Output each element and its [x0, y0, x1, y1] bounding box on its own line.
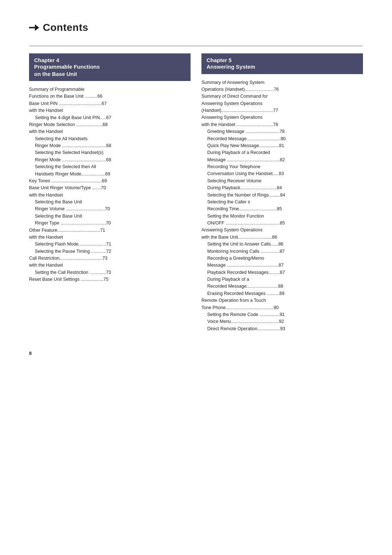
page-title-row: Contents [29, 22, 363, 35]
chapter5-toc: Summary of Answering SystemOperations (H… [201, 79, 363, 333]
toc-entry: Answering System Operations [201, 114, 363, 121]
toc-entry: Reset Base Unit Settings ...............… [29, 276, 191, 283]
toc-entry: Remote Operation from a Touch [201, 297, 363, 304]
toc-entry: Key Tones ..............................… [29, 178, 191, 185]
toc-entry: Selecting the Base Unit [29, 199, 191, 206]
toc-entry: with the Handset [29, 234, 191, 241]
toc-entry: Summary of Programmable [29, 86, 191, 93]
toc-entry: Quick Play New Message................81 [201, 142, 363, 149]
chapter4-header: Chapter 4 Programmable Functions on the … [29, 53, 191, 81]
toc-entry: Setting the Remote Code ................… [201, 311, 363, 318]
toc-entry: Selecting the All Handsets [29, 135, 191, 142]
toc-entry: Answering System Operations [201, 227, 363, 234]
chapter4-subtitle2: on the Base Unit [34, 70, 185, 78]
toc-entry: Selecting the Base Unit [29, 213, 191, 220]
toc-entry: Greeting Message .......................… [201, 128, 363, 135]
toc-entry: Recording Time..........................… [201, 206, 363, 212]
toc-entry: Setting the Call Restriction ...........… [29, 269, 191, 276]
toc-entry: Conversation Using the Handset.....83 [201, 170, 363, 177]
chapter5-column: Chapter 5 Answering System Summary of An… [201, 53, 363, 332]
toc-entry: Summary of Answering System [201, 79, 363, 86]
toc-entry: with the Handset [29, 107, 191, 114]
toc-entry: Setting the Unit to Answer Calls......86 [201, 241, 363, 248]
chapter4-subtitle1: Programmable Functions [34, 63, 185, 70]
toc-entry: Tone Phone..............................… [201, 304, 363, 311]
chapter5-header: Chapter 5 Answering System [201, 53, 363, 74]
toc-entry: Selecting the Caller s [201, 199, 363, 206]
page-title: Contents [43, 22, 88, 33]
chapter4-label: Chapter 4 [34, 57, 185, 63]
toc-entry: Ringer Mode ............................… [29, 142, 191, 149]
toc-entry: Selecting the Pause Timing ............7… [29, 248, 191, 255]
page-number-footer: 8 [29, 351, 363, 356]
toc-entry: Voice Menu..............................… [201, 318, 363, 325]
toc-entry: Setting the Monitor Function [201, 213, 363, 220]
toc-entry: Selecting Flash Mode....................… [29, 241, 191, 248]
toc-entry: with the Base Unit......................… [201, 234, 363, 241]
chapter4-toc: Summary of ProgrammableFunctions on the … [29, 86, 191, 283]
toc-entry: Selecting the Number of Rings.........84 [201, 192, 363, 199]
divider [29, 46, 363, 46]
toc-entry: Erasing Recorded Messages ..........89 [201, 290, 363, 297]
arrow-icon [29, 24, 39, 31]
toc-entry: Recording a Greeting/Memo [201, 255, 363, 262]
toc-entry: with the Handset [29, 128, 191, 135]
toc-entry: with the Handset [29, 192, 191, 199]
toc-entry: Selecting Receiver Volume [201, 178, 363, 185]
toc-entry: Selecting the Selected Handset(s) [29, 149, 191, 156]
toc-entry: Ringer Volume ..........................… [29, 206, 191, 212]
toc-entry: Base Unit Ringer Volume/Type .......70 [29, 185, 191, 191]
toc-entry: Ringer Type ............................… [29, 220, 191, 227]
toc-entry: Recording Your Telephone [201, 163, 363, 170]
toc-entry: with the Handset [29, 262, 191, 269]
toc-entry: Answering System Operations [201, 100, 363, 107]
page-number: 8 [29, 351, 32, 356]
chapter5-subtitle1: Answering System [207, 63, 358, 70]
toc-entry: Recorded Message........................… [201, 135, 363, 142]
toc-entry: (Handset)...............................… [201, 107, 363, 114]
toc-entry: Message ................................… [201, 157, 363, 163]
svg-marker-1 [35, 24, 39, 31]
toc-entry: During Playback of a [201, 276, 363, 283]
chapter5-label: Chapter 5 [207, 57, 358, 63]
toc-entry: Handsets Ringer Mode...................6… [29, 171, 191, 178]
toc-entry: During Playback of a Recorded [201, 149, 363, 156]
toc-entry: Base Unit PIN ..........................… [29, 100, 191, 107]
chapter4-column: Chapter 4 Programmable Functions on the … [29, 53, 191, 283]
toc-entry: During Playback.........................… [201, 185, 363, 191]
columns-wrapper: Chapter 4 Programmable Functions on the … [29, 53, 363, 332]
toc-entry: Direct Remote Operation.................… [201, 325, 363, 332]
toc-entry: Monitoring Incoming Calls ..............… [201, 248, 363, 255]
toc-entry: with the Handset .......................… [201, 121, 363, 128]
toc-entry: Operations (Handset)....................… [201, 86, 363, 93]
toc-entry: Setting the 4-digit Base Unit PIN.....67 [29, 114, 191, 121]
toc-entry: Recorded Message........................… [201, 283, 363, 290]
toc-entry: Summary of Direct Command for [201, 93, 363, 100]
toc-entry: Call Restriction........................… [29, 255, 191, 262]
toc-entry: Functions on the Base Unit ..........66 [29, 93, 191, 100]
toc-entry: Ringer Mode Selection ..................… [29, 121, 191, 128]
toc-entry: Playback Recorded Messages.........87 [201, 269, 363, 276]
toc-entry: Ringer Mode ............................… [29, 157, 191, 163]
toc-entry: Selecting the Selected then All [29, 163, 191, 170]
toc-entry: Message ................................… [201, 262, 363, 269]
toc-entry: Other Feature...........................… [29, 227, 191, 234]
toc-entry: ON/OFF .................................… [201, 220, 363, 227]
